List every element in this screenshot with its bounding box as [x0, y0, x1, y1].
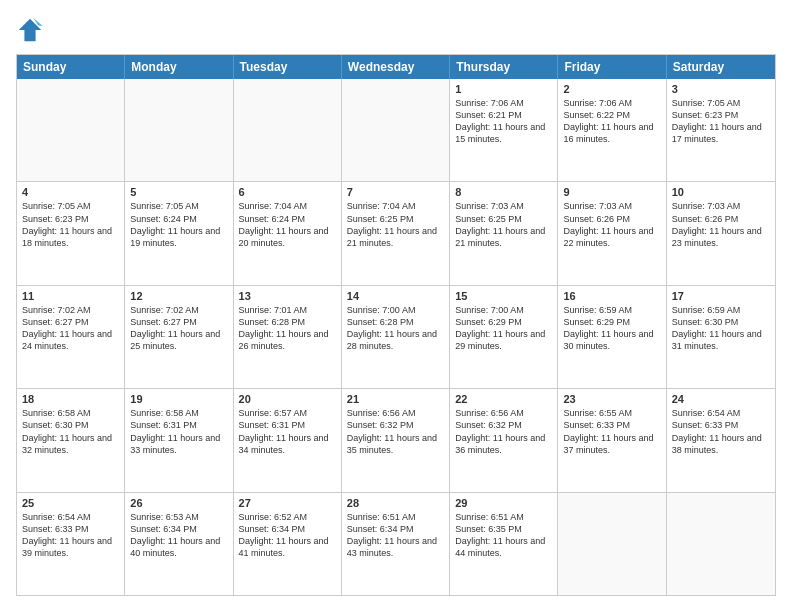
day-info: Sunrise: 6:51 AM Sunset: 6:34 PM Dayligh… — [347, 511, 444, 560]
day-info: Sunrise: 6:54 AM Sunset: 6:33 PM Dayligh… — [672, 407, 770, 456]
day-info: Sunrise: 6:59 AM Sunset: 6:29 PM Dayligh… — [563, 304, 660, 353]
day-number: 5 — [130, 186, 227, 198]
day-cell-7: 7Sunrise: 7:04 AM Sunset: 6:25 PM Daylig… — [342, 182, 450, 284]
day-info: Sunrise: 7:05 AM Sunset: 6:24 PM Dayligh… — [130, 200, 227, 249]
day-cell-5: 5Sunrise: 7:05 AM Sunset: 6:24 PM Daylig… — [125, 182, 233, 284]
day-info: Sunrise: 7:00 AM Sunset: 6:28 PM Dayligh… — [347, 304, 444, 353]
day-number: 22 — [455, 393, 552, 405]
day-number: 19 — [130, 393, 227, 405]
day-cell-18: 18Sunrise: 6:58 AM Sunset: 6:30 PM Dayli… — [17, 389, 125, 491]
day-info: Sunrise: 7:01 AM Sunset: 6:28 PM Dayligh… — [239, 304, 336, 353]
empty-cell — [125, 79, 233, 181]
day-info: Sunrise: 7:04 AM Sunset: 6:25 PM Dayligh… — [347, 200, 444, 249]
calendar-body: 1Sunrise: 7:06 AM Sunset: 6:21 PM Daylig… — [17, 79, 775, 595]
empty-cell — [558, 493, 666, 595]
empty-cell — [17, 79, 125, 181]
day-info: Sunrise: 7:02 AM Sunset: 6:27 PM Dayligh… — [22, 304, 119, 353]
day-number: 9 — [563, 186, 660, 198]
day-cell-26: 26Sunrise: 6:53 AM Sunset: 6:34 PM Dayli… — [125, 493, 233, 595]
day-info: Sunrise: 7:04 AM Sunset: 6:24 PM Dayligh… — [239, 200, 336, 249]
day-cell-6: 6Sunrise: 7:04 AM Sunset: 6:24 PM Daylig… — [234, 182, 342, 284]
day-number: 23 — [563, 393, 660, 405]
day-cell-16: 16Sunrise: 6:59 AM Sunset: 6:29 PM Dayli… — [558, 286, 666, 388]
logo-icon — [16, 16, 44, 44]
calendar-week-2: 4Sunrise: 7:05 AM Sunset: 6:23 PM Daylig… — [17, 181, 775, 284]
day-info: Sunrise: 7:02 AM Sunset: 6:27 PM Dayligh… — [130, 304, 227, 353]
day-number: 4 — [22, 186, 119, 198]
day-number: 25 — [22, 497, 119, 509]
calendar-week-1: 1Sunrise: 7:06 AM Sunset: 6:21 PM Daylig… — [17, 79, 775, 181]
day-info: Sunrise: 7:06 AM Sunset: 6:22 PM Dayligh… — [563, 97, 660, 146]
day-cell-17: 17Sunrise: 6:59 AM Sunset: 6:30 PM Dayli… — [667, 286, 775, 388]
day-info: Sunrise: 6:51 AM Sunset: 6:35 PM Dayligh… — [455, 511, 552, 560]
day-number: 26 — [130, 497, 227, 509]
day-info: Sunrise: 6:56 AM Sunset: 6:32 PM Dayligh… — [347, 407, 444, 456]
day-cell-2: 2Sunrise: 7:06 AM Sunset: 6:22 PM Daylig… — [558, 79, 666, 181]
day-number: 21 — [347, 393, 444, 405]
day-number: 1 — [455, 83, 552, 95]
day-number: 28 — [347, 497, 444, 509]
day-cell-3: 3Sunrise: 7:05 AM Sunset: 6:23 PM Daylig… — [667, 79, 775, 181]
day-number: 6 — [239, 186, 336, 198]
day-cell-25: 25Sunrise: 6:54 AM Sunset: 6:33 PM Dayli… — [17, 493, 125, 595]
day-cell-15: 15Sunrise: 7:00 AM Sunset: 6:29 PM Dayli… — [450, 286, 558, 388]
day-cell-4: 4Sunrise: 7:05 AM Sunset: 6:23 PM Daylig… — [17, 182, 125, 284]
day-number: 17 — [672, 290, 770, 302]
day-number: 14 — [347, 290, 444, 302]
day-number: 11 — [22, 290, 119, 302]
day-number: 24 — [672, 393, 770, 405]
day-cell-8: 8Sunrise: 7:03 AM Sunset: 6:25 PM Daylig… — [450, 182, 558, 284]
calendar-header: SundayMondayTuesdayWednesdayThursdayFrid… — [17, 55, 775, 79]
header — [16, 16, 776, 44]
day-cell-14: 14Sunrise: 7:00 AM Sunset: 6:28 PM Dayli… — [342, 286, 450, 388]
day-info: Sunrise: 7:00 AM Sunset: 6:29 PM Dayligh… — [455, 304, 552, 353]
day-info: Sunrise: 7:05 AM Sunset: 6:23 PM Dayligh… — [22, 200, 119, 249]
day-number: 2 — [563, 83, 660, 95]
day-info: Sunrise: 7:05 AM Sunset: 6:23 PM Dayligh… — [672, 97, 770, 146]
day-cell-27: 27Sunrise: 6:52 AM Sunset: 6:34 PM Dayli… — [234, 493, 342, 595]
page: SundayMondayTuesdayWednesdayThursdayFrid… — [0, 0, 792, 612]
day-number: 20 — [239, 393, 336, 405]
header-day-friday: Friday — [558, 55, 666, 79]
day-cell-22: 22Sunrise: 6:56 AM Sunset: 6:32 PM Dayli… — [450, 389, 558, 491]
day-number: 8 — [455, 186, 552, 198]
header-day-sunday: Sunday — [17, 55, 125, 79]
day-cell-13: 13Sunrise: 7:01 AM Sunset: 6:28 PM Dayli… — [234, 286, 342, 388]
day-info: Sunrise: 6:55 AM Sunset: 6:33 PM Dayligh… — [563, 407, 660, 456]
day-number: 16 — [563, 290, 660, 302]
day-number: 12 — [130, 290, 227, 302]
day-number: 13 — [239, 290, 336, 302]
day-cell-24: 24Sunrise: 6:54 AM Sunset: 6:33 PM Dayli… — [667, 389, 775, 491]
day-info: Sunrise: 6:59 AM Sunset: 6:30 PM Dayligh… — [672, 304, 770, 353]
logo — [16, 16, 48, 44]
day-cell-19: 19Sunrise: 6:58 AM Sunset: 6:31 PM Dayli… — [125, 389, 233, 491]
calendar-week-3: 11Sunrise: 7:02 AM Sunset: 6:27 PM Dayli… — [17, 285, 775, 388]
empty-cell — [667, 493, 775, 595]
day-info: Sunrise: 7:06 AM Sunset: 6:21 PM Dayligh… — [455, 97, 552, 146]
calendar-week-4: 18Sunrise: 6:58 AM Sunset: 6:30 PM Dayli… — [17, 388, 775, 491]
day-info: Sunrise: 6:58 AM Sunset: 6:31 PM Dayligh… — [130, 407, 227, 456]
day-number: 29 — [455, 497, 552, 509]
day-number: 10 — [672, 186, 770, 198]
header-day-thursday: Thursday — [450, 55, 558, 79]
day-cell-1: 1Sunrise: 7:06 AM Sunset: 6:21 PM Daylig… — [450, 79, 558, 181]
day-number: 15 — [455, 290, 552, 302]
day-cell-29: 29Sunrise: 6:51 AM Sunset: 6:35 PM Dayli… — [450, 493, 558, 595]
day-cell-10: 10Sunrise: 7:03 AM Sunset: 6:26 PM Dayli… — [667, 182, 775, 284]
day-cell-23: 23Sunrise: 6:55 AM Sunset: 6:33 PM Dayli… — [558, 389, 666, 491]
day-number: 3 — [672, 83, 770, 95]
header-day-saturday: Saturday — [667, 55, 775, 79]
calendar: SundayMondayTuesdayWednesdayThursdayFrid… — [16, 54, 776, 596]
empty-cell — [342, 79, 450, 181]
day-info: Sunrise: 7:03 AM Sunset: 6:26 PM Dayligh… — [563, 200, 660, 249]
day-info: Sunrise: 7:03 AM Sunset: 6:25 PM Dayligh… — [455, 200, 552, 249]
day-cell-11: 11Sunrise: 7:02 AM Sunset: 6:27 PM Dayli… — [17, 286, 125, 388]
day-info: Sunrise: 7:03 AM Sunset: 6:26 PM Dayligh… — [672, 200, 770, 249]
day-info: Sunrise: 6:56 AM Sunset: 6:32 PM Dayligh… — [455, 407, 552, 456]
day-info: Sunrise: 6:52 AM Sunset: 6:34 PM Dayligh… — [239, 511, 336, 560]
day-info: Sunrise: 6:54 AM Sunset: 6:33 PM Dayligh… — [22, 511, 119, 560]
day-cell-9: 9Sunrise: 7:03 AM Sunset: 6:26 PM Daylig… — [558, 182, 666, 284]
header-day-monday: Monday — [125, 55, 233, 79]
empty-cell — [234, 79, 342, 181]
day-cell-12: 12Sunrise: 7:02 AM Sunset: 6:27 PM Dayli… — [125, 286, 233, 388]
